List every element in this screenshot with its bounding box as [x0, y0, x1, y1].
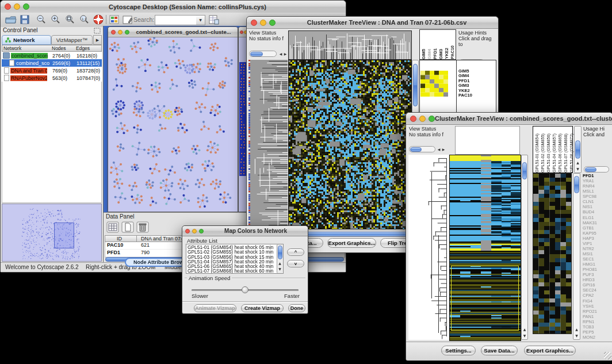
network-view-titlebar[interactable]: combined_scores_good.txt--cluste... — [108, 27, 238, 37]
zoom-actual-icon[interactable]: 1:1 — [79, 14, 90, 25]
gene-label-list[interactable]: PFD1YRA1RNR4MSL1SPC98CLN1NIS1BUD4ELG1MAK… — [583, 173, 610, 340]
import-table-icon[interactable] — [209, 14, 219, 25]
annotation-icon[interactable] — [123, 15, 133, 25]
gene-label[interactable]: ELG1 — [583, 215, 610, 220]
attribute-list-vscrollbar[interactable]: ▲ ▼ — [277, 244, 283, 273]
trash-icon[interactable] — [136, 221, 149, 233]
network-list-row[interactable]: RNAPuberNov2+l563(0)107847(0) — [2, 74, 102, 82]
zoom-out-icon[interactable] — [36, 14, 47, 25]
dialog-titlebar[interactable]: Map Colors to Network — [182, 226, 308, 236]
animate-vizmap-button[interactable]: Animate Vizmap — [194, 304, 236, 312]
zoom-in-icon[interactable] — [51, 14, 61, 25]
search-dropdown-button[interactable]: ▼ — [196, 15, 205, 25]
header-edges[interactable]: Edges — [76, 45, 90, 51]
close-button[interactable] — [111, 30, 116, 35]
gene-label[interactable]: BUD4 — [583, 209, 610, 214]
save-data-button[interactable]: Save Data... — [481, 346, 518, 355]
export-graphics-button[interactable]: Export Graphics... — [327, 238, 376, 248]
row-dendrogram-canvas[interactable] — [248, 60, 288, 228]
gene-label[interactable]: CLN1 — [583, 199, 610, 204]
gene-label[interactable]: HAP3 — [583, 236, 610, 241]
treeview2-titlebar[interactable]: ClusterMaker TreeView : combined_scores_… — [406, 113, 612, 125]
zoom-button[interactable] — [23, 3, 29, 10]
scroll-right-arrow[interactable]: ▶ — [441, 147, 446, 152]
gene-label[interactable]: PHO81 — [583, 267, 610, 272]
gene-label[interactable]: RPO21 — [583, 309, 610, 314]
done-button[interactable]: Done — [288, 304, 305, 312]
gene-label[interactable]: YRA1 — [583, 178, 610, 183]
gene-label[interactable]: MSL1 — [583, 189, 610, 194]
scroll-left-arrow[interactable]: ◀ — [437, 147, 441, 152]
close-button[interactable] — [5, 3, 11, 10]
network-table-header[interactable]: Network Nodes Edges — [2, 45, 102, 52]
gene-label[interactable]: NTR2 — [583, 246, 610, 251]
cytoscape-titlebar[interactable]: Cytoscape Desktop (Session Name: collins… — [1, 1, 346, 13]
heatmap-canvas[interactable] — [449, 155, 521, 341]
network-list-row[interactable]: combined_scores2764(0)16218(0) — [2, 52, 102, 59]
gene-label[interactable]: SEC1 — [583, 256, 610, 262]
scroll-right-arrow[interactable]: ▶ — [283, 51, 288, 56]
tab-network[interactable]: Network — [2, 35, 51, 45]
gene-label[interactable]: PUF3 — [583, 272, 610, 277]
gene-label[interactable]: PAN1 — [583, 314, 610, 319]
attribute-list[interactable]: GPL51-01 (GSM854) heat shock 05 minGPL51… — [186, 244, 284, 274]
zoom-fit-icon[interactable] — [65, 14, 75, 25]
gene-label[interactable]: RPN1 — [583, 319, 610, 324]
gene-label[interactable]: CPA2 — [583, 293, 610, 298]
gene-label[interactable]: MAK31 — [583, 220, 610, 225]
usage-hints-hscrollbar[interactable] — [584, 166, 609, 173]
gene-list-vscrollbar[interactable]: ▲ ▼ — [573, 173, 580, 340]
gene-label[interactable]: KAP95 — [583, 231, 610, 236]
minimize-button[interactable] — [192, 229, 197, 233]
header-network[interactable]: Network — [3, 45, 21, 51]
search-input[interactable] — [155, 15, 197, 25]
speed-slider-thumb[interactable] — [242, 286, 248, 293]
column-id[interactable]: ID — [117, 236, 122, 242]
move-up-button[interactable]: ^ — [287, 248, 304, 256]
gene-label[interactable]: MSI1 — [583, 251, 610, 256]
network-overview-canvas[interactable] — [2, 204, 102, 262]
treeview1-titlebar[interactable]: ClusterMaker TreeView : DNA and Tran 07-… — [247, 17, 498, 29]
zoom-button[interactable] — [125, 30, 129, 35]
gene-label[interactable]: GPI16 — [583, 282, 610, 288]
open-folder-icon[interactable] — [5, 15, 17, 24]
settings-button[interactable]: Settings... — [441, 346, 476, 355]
close-button[interactable] — [240, 30, 243, 34]
close-button[interactable] — [410, 116, 416, 122]
gene-label[interactable]: GTB1 — [583, 225, 610, 231]
gene-label[interactable]: MON2 — [583, 335, 610, 340]
view-status-hscrollbar[interactable] — [249, 51, 277, 57]
minimize-button[interactable] — [260, 20, 266, 26]
correlation-matrix-canvas[interactable] — [420, 71, 448, 97]
attribute-item[interactable]: GPL51-07 (GSM868) heat shock 60 min — [188, 269, 283, 273]
tab-vizmapper[interactable]: VizMapper™ — [51, 35, 93, 45]
export-graphics-button[interactable]: Export Graphics... — [524, 346, 576, 355]
gene-label[interactable]: HMG1 — [583, 262, 610, 267]
vizmap-squares-icon[interactable] — [109, 15, 119, 24]
move-down-button[interactable]: v — [287, 260, 304, 267]
new-document-icon[interactable] — [121, 221, 134, 233]
column-labels-vscrollbar[interactable]: ▲ ▼ — [574, 126, 582, 173]
close-button[interactable] — [185, 229, 190, 233]
zoom-button[interactable] — [199, 229, 204, 233]
create-vizmap-button[interactable]: Create Vizmap — [241, 304, 284, 312]
gene-label[interactable]: FIG4 — [583, 298, 610, 304]
gene-label[interactable]: HRD3 — [583, 277, 610, 282]
gene-label[interactable]: NIS1 — [583, 204, 610, 209]
minimize-button[interactable] — [419, 116, 426, 122]
network-graph-canvas[interactable] — [109, 37, 236, 210]
heatmap-canvas[interactable] — [288, 60, 412, 229]
column-dendrogram-canvas[interactable] — [288, 30, 412, 60]
gene-label[interactable]: TCB3 — [583, 324, 610, 329]
tab-overflow-button[interactable]: ▶ — [93, 35, 102, 45]
float-panel-icon[interactable] — [94, 28, 101, 34]
network-list-row[interactable]: DNA and Tran 07769(0)183728(0) — [2, 67, 102, 74]
gene-label[interactable]: VIP1 — [583, 241, 610, 246]
heatmap-vscrollbar[interactable]: ▲ ▼ — [521, 155, 528, 340]
header-nodes[interactable]: Nodes — [52, 45, 66, 51]
zoom-heatmap-canvas[interactable] — [533, 173, 572, 334]
zoom-button[interactable] — [429, 116, 435, 122]
gene-label[interactable]: PEP5 — [583, 329, 610, 335]
gene-label[interactable]: RNR4 — [583, 183, 610, 189]
table-grid-icon[interactable] — [106, 221, 119, 233]
